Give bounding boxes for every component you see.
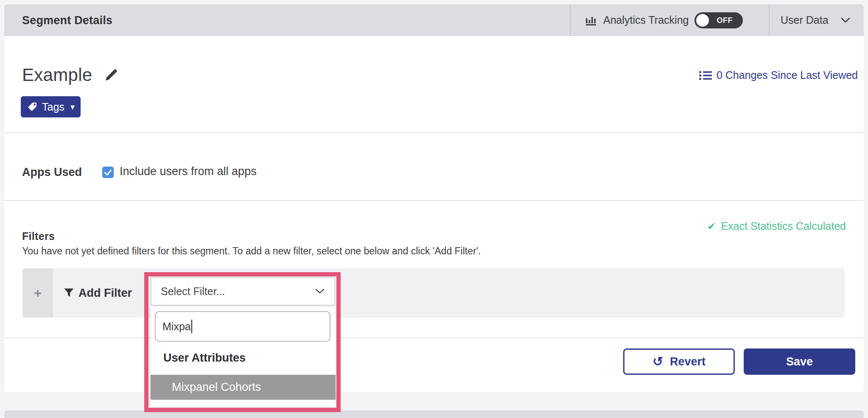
analytics-tracking-control: Analytics Tracking OFF bbox=[585, 4, 743, 36]
segment-card: Example 0 Changes bbox=[4, 36, 864, 392]
chevron-down-icon bbox=[840, 17, 851, 24]
edit-name-button[interactable] bbox=[104, 67, 119, 83]
footer-divider bbox=[4, 337, 864, 338]
section-divider bbox=[4, 132, 864, 133]
analytics-tracking-label: Analytics Tracking bbox=[603, 14, 689, 26]
filters-status-label: Exact Statistics Calculated bbox=[721, 220, 846, 232]
revert-button-label: Revert bbox=[670, 355, 706, 368]
tag-icon bbox=[27, 101, 38, 112]
changes-since-last-viewed-link[interactable]: 0 Changes Since Last Viewed bbox=[699, 69, 858, 81]
include-all-apps-checkbox[interactable] bbox=[102, 167, 114, 178]
next-section-bar bbox=[4, 410, 864, 418]
filter-select-value: Select Filter... bbox=[161, 285, 225, 298]
filter-funnel-icon bbox=[64, 288, 74, 298]
add-filter-row: + Add Filter bbox=[22, 268, 845, 318]
analytics-tracking-toggle[interactable]: OFF bbox=[694, 12, 743, 28]
check-icon: ✔ bbox=[707, 220, 716, 232]
add-filter-button[interactable]: Add Filter bbox=[64, 268, 132, 318]
dropdown-option-mixpanel-cohorts[interactable]: Mixpanel Cohorts bbox=[151, 375, 336, 400]
page-header-bar: Segment Details Analytics Tracking OFF U… bbox=[4, 4, 864, 36]
segment-name: Example bbox=[22, 65, 92, 85]
filters-empty-message: You have not yet defined filters for thi… bbox=[22, 245, 481, 257]
filters-heading: Filters bbox=[22, 230, 55, 242]
caret-down-icon: ▾ bbox=[70, 102, 75, 112]
header-divider bbox=[769, 4, 770, 36]
page-title: Segment Details bbox=[22, 14, 112, 27]
header-divider bbox=[570, 4, 571, 36]
toggle-knob bbox=[696, 14, 709, 27]
filters-status: ✔ Exact Statistics Calculated bbox=[707, 220, 846, 232]
apps-used-label: Apps Used bbox=[22, 166, 82, 179]
tags-button[interactable]: Tags ▾ bbox=[21, 96, 81, 117]
add-filter-button-label: Add Filter bbox=[78, 287, 132, 300]
checkmark-icon bbox=[104, 168, 112, 177]
include-all-apps-label: Include users from all apps bbox=[120, 165, 257, 178]
revert-icon: ↺ bbox=[652, 355, 663, 368]
changes-link-label: 0 Changes Since Last Viewed bbox=[717, 69, 858, 81]
add-filter-plus-button[interactable]: + bbox=[22, 268, 53, 318]
save-button-label: Save bbox=[786, 355, 813, 368]
pencil-icon bbox=[104, 67, 119, 83]
list-icon bbox=[699, 70, 712, 81]
section-divider bbox=[4, 200, 864, 201]
filter-select[interactable]: Select Filter... bbox=[151, 277, 335, 306]
tags-button-label: Tags bbox=[42, 101, 64, 113]
revert-button[interactable]: ↺ Revert bbox=[623, 348, 735, 375]
bar-chart-icon bbox=[585, 14, 597, 27]
filter-search-value: Mixpa bbox=[162, 320, 191, 333]
segment-details-page: Segment Details Analytics Tracking OFF U… bbox=[0, 0, 868, 418]
text-caret bbox=[191, 320, 192, 333]
save-button[interactable]: Save bbox=[744, 348, 855, 375]
user-data-label: User Data bbox=[781, 14, 829, 26]
filter-search-input[interactable]: Mixpa bbox=[155, 311, 330, 342]
segment-title-row: Example bbox=[22, 65, 119, 85]
user-data-dropdown[interactable]: User Data bbox=[781, 4, 851, 36]
toggle-state-label: OFF bbox=[717, 16, 733, 25]
filter-select-dropdown: Mixpa User Attributes Mixpanel Cohorts bbox=[151, 307, 336, 407]
chevron-down-icon bbox=[315, 288, 325, 295]
dropdown-group-header: User Attributes bbox=[163, 351, 246, 365]
